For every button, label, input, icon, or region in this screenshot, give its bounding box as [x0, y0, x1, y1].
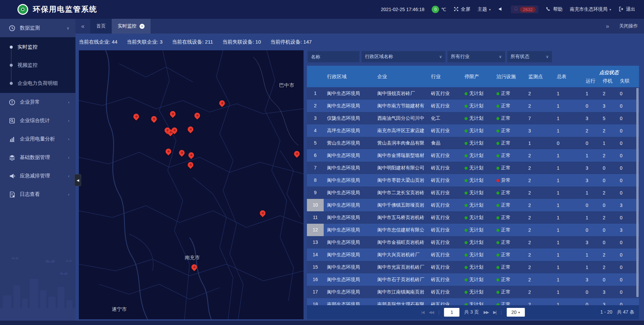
sidebar-subitem-realtime-monitoring[interactable]: 实时监控 — [0, 38, 75, 56]
status-filter-select[interactable]: 所有状态 ∨ — [507, 51, 552, 62]
sidebar-subitem-power-load-detail[interactable]: 企业电力负荷明细 — [0, 74, 75, 92]
notification-count-badge: 2632 — [520, 7, 536, 12]
company-cell: 阆中市南方节能建材有 — [374, 103, 428, 109]
logout-button[interactable]: 退出 — [619, 6, 635, 13]
sidebar-item-enterprise-abnormal[interactable]: 企业异常‹ — [0, 93, 75, 111]
chevron-left-icon: ‹ — [68, 100, 69, 105]
table-row[interactable]: 7阆中生态环境局阆中明阳建材有限公司砖瓦行业无计划正常21300 — [307, 162, 639, 174]
table-row[interactable]: 8阆中生态环境局阆中市枣碧大梁山页岩砖瓦行业无计划异常21300 — [307, 174, 639, 186]
sidebar-item-base-data-management[interactable]: 基础数据管理‹ — [0, 148, 75, 167]
next-page-button[interactable]: ▶▶ — [484, 310, 488, 315]
help-button[interactable]: 帮助 — [546, 6, 562, 13]
status-label: 正常 — [501, 215, 511, 220]
facility-status-cell: 正常 — [493, 252, 525, 258]
tab-realtime-monitoring[interactable]: 实时监控× — [112, 19, 151, 34]
meter-count-cell: 1 — [553, 215, 582, 220]
facility-status-cell: 正常 — [493, 128, 525, 134]
stop-count-cell: 3 — [599, 289, 616, 295]
chevron-left-icon: ‹ — [68, 155, 69, 160]
tab-label: 首页 — [96, 23, 106, 29]
status-label: 无计划 — [469, 215, 483, 220]
monitor-count-cell: 2 — [525, 252, 553, 258]
table-row[interactable]: 2阆中生态环境局阆中市南方节能建材有砖瓦行业无计划正常21030 — [307, 100, 639, 112]
stat-item: 当前在线设备: 211 — [172, 39, 213, 45]
table-scrollbar[interactable] — [636, 88, 639, 297]
sidebar-collapse-button[interactable]: ◀ — [74, 174, 81, 186]
region-cell: 高坪生态环境局 — [324, 128, 374, 134]
status-dot-green — [465, 278, 468, 281]
tab-home[interactable]: 首页 — [90, 19, 112, 34]
meter-count-cell: 1 — [553, 165, 582, 171]
table-row[interactable]: 11阆中生态环境局阆中市五马桥页岩机砖砖瓦行业无计划正常21120 — [307, 211, 639, 224]
name-filter-input[interactable] — [308, 51, 360, 62]
prev-page-button[interactable]: ◀◀ — [429, 310, 433, 315]
tabs-scroll-left-button[interactable]: « — [75, 19, 90, 34]
sidebar-item-emergency-reduction[interactable]: 应急减排管理‹ — [0, 167, 75, 185]
table-row[interactable]: 16阆中生态环境局阆中市石子页岩机砖厂砖瓦行业无计划正常21300 — [307, 273, 639, 286]
sidebar-skyline-decoration — [0, 255, 75, 325]
org-dropdown[interactable]: 南充市生态环境局 ▾ — [570, 6, 611, 12]
sidebar-item-power-usage-analysis[interactable]: 企业用电量分析‹ — [0, 130, 75, 148]
monitor-count-cell: 2 — [525, 277, 553, 282]
notifications-button[interactable]: 2632 — [511, 5, 538, 13]
meter-count-cell: 1 — [553, 265, 582, 270]
tab-close-icon[interactable]: × — [140, 24, 145, 29]
table-row[interactable]: 18南部生态环境局南部县瑞华大理石有限砖瓦行业无计划正常21030 — [307, 298, 639, 305]
region-cell: 阆中生态环境局 — [324, 190, 374, 196]
company-cell: 阆中市江南镇阆南页岩 — [374, 289, 428, 295]
status-dot-green — [496, 291, 499, 294]
page-number-input[interactable] — [444, 308, 460, 317]
caret-down-icon: ▾ — [489, 8, 491, 11]
lost-count-cell: 0 — [616, 215, 636, 220]
table-row[interactable]: 17阆中生态环境局阆中市江南镇阆南页岩砖瓦行业无计划正常21030 — [307, 286, 639, 298]
table-row[interactable]: 14阆中生态环境局阆中大兴页岩机砖厂砖瓦行业无计划正常21120 — [307, 249, 639, 261]
monitor-count-cell: 2 — [525, 153, 553, 158]
region-cell: 阆中生态环境局 — [324, 153, 374, 159]
meter-count-cell: 1 — [553, 302, 582, 306]
table-row[interactable]: 9阆中生态环境局阆中市二龙长宝页岩砖砖瓦行业无计划正常21120 — [307, 186, 639, 199]
facility-status-cell: 正常 — [493, 277, 525, 283]
first-page-button[interactable]: |◀ — [421, 310, 424, 315]
sidebar-item-enterprise-statistics[interactable]: 企业综合统计‹ — [0, 111, 75, 130]
fullscreen-button[interactable]: 全屏 — [453, 6, 470, 13]
close-operations-button[interactable]: 关闭操作 — [619, 23, 638, 29]
status-dot-green — [496, 278, 499, 281]
row-index-cell: 2 — [307, 100, 324, 112]
sidebar-subitem-video-monitoring[interactable]: 视频监控 — [0, 56, 75, 74]
tabs: 首页实时监控× — [90, 19, 151, 34]
page-size-select[interactable]: 20 ▾ — [506, 308, 525, 317]
meter-count-cell: 1 — [553, 289, 582, 295]
status-label: 无计划 — [469, 140, 483, 146]
lost-count-cell: 0 — [616, 190, 636, 196]
status-dot-green — [496, 216, 499, 219]
industry-filter-select[interactable]: 所有行业 ∨ — [447, 51, 505, 62]
table-row[interactable]: 13阆中生态环境局阆中市金福旺页岩机砖砖瓦行业无计划正常21300 — [307, 236, 639, 249]
table-row[interactable]: 3仪陇生态环境局西南油气田分公司川中化工无计划正常71350 — [307, 112, 639, 124]
status-label: 无计划 — [469, 177, 483, 183]
sidebar-item-data-monitoring[interactable]: 数据监测∨ — [0, 19, 75, 37]
company-cell: 营山县润丰肉食品有限 — [374, 140, 428, 146]
monitor-count-cell: 2 — [525, 91, 553, 96]
sidebar-item-log-view[interactable]: 日志查看‹ — [0, 185, 75, 204]
company-cell: 阆中市枣碧大梁山页岩 — [374, 177, 428, 183]
table-row[interactable]: 5营山生态环境局营山县润丰肉食品有限食品无计划正常10010 — [307, 137, 639, 149]
limit-status-cell: 无计划 — [461, 227, 493, 233]
table-row[interactable]: 6阆中生态环境局阆中市金博瑞新型墙材砖瓦行业无计划正常21120 — [307, 149, 639, 162]
limit-status-cell: 无计划 — [461, 140, 493, 146]
region-filter-select[interactable]: 行政区域名称 ∨ — [362, 51, 445, 62]
table-row[interactable]: 10阆中生态环境局阆中千佛镇五郎垭页岩砖瓦行业无计划正常21003 — [307, 199, 639, 211]
company-cell: 阆中市忠信建材有限公 — [374, 227, 428, 233]
table-row[interactable]: 15阆中生态环境局阆中市光富页岩机砖厂砖瓦行业无计划正常21120 — [307, 261, 639, 273]
lost-count-cell: 0 — [616, 265, 636, 270]
table-row[interactable]: 4高坪生态环境局南充市高坪区王家店建砖瓦行业无计划正常31220 — [307, 124, 639, 137]
table-row[interactable]: 12阆中生态环境局阆中市忠信建材有限公砖瓦行业无计划正常21003 — [307, 224, 639, 236]
last-page-button[interactable]: ▶| — [493, 310, 496, 315]
table-row[interactable]: 1阆中生态环境局阆中强锐页岩砖厂砖瓦行业无计划正常21120 — [307, 87, 639, 100]
lost-count-cell: 0 — [616, 141, 636, 146]
tabs-scroll-right-button[interactable]: » — [606, 23, 609, 30]
theme-dropdown[interactable]: 主题 ▾ — [478, 6, 491, 12]
sound-button[interactable] — [498, 6, 503, 13]
stop-count-cell: 0 — [599, 178, 616, 183]
company-cell: 阆中市五马桥页岩机砖 — [374, 215, 428, 221]
map-region[interactable]: 巴中市南充市遂宁市 — [79, 50, 304, 319]
